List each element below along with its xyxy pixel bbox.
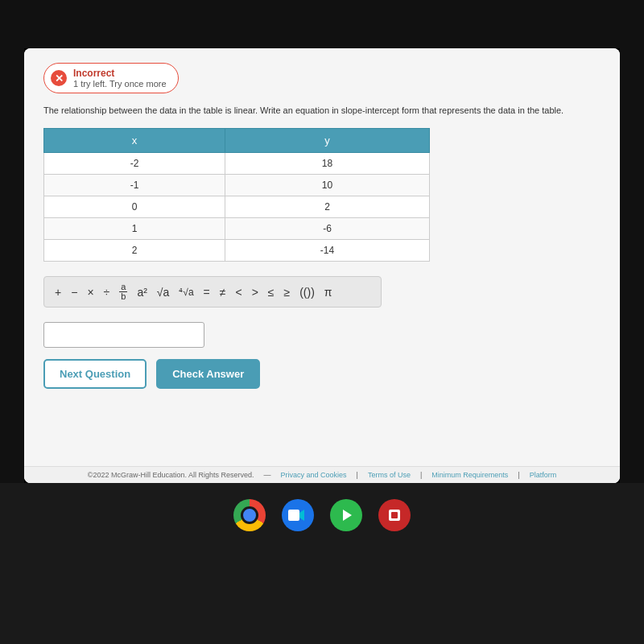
toolbar-equals[interactable]: = xyxy=(201,285,213,299)
table-cell-4-0: 2 xyxy=(44,240,225,262)
footer-link-platform[interactable]: Platform xyxy=(530,471,557,479)
table-cell-1-1: 10 xyxy=(225,175,429,196)
bezel-left xyxy=(0,48,24,483)
table-cell-4-1: -14 xyxy=(225,240,429,262)
table-cell-1-0: -1 xyxy=(44,175,225,196)
incorrect-icon: ✕ xyxy=(51,70,67,86)
incorrect-title: Incorrect xyxy=(73,68,167,79)
table-row: 1-6 xyxy=(44,218,430,240)
meet-icon[interactable] xyxy=(282,499,314,531)
screen: ✕ Incorrect 1 try left. Try once more Th… xyxy=(0,0,644,644)
taskbar xyxy=(233,499,411,531)
table-row: -110 xyxy=(44,175,430,196)
incorrect-subtitle: 1 try left. Try once more xyxy=(73,79,167,89)
table-header-x: x xyxy=(44,129,225,153)
photos-icon[interactable] xyxy=(378,499,411,531)
content-area: ✕ Incorrect 1 try left. Try once more Th… xyxy=(24,48,620,483)
incorrect-banner: ✕ Incorrect 1 try left. Try once more xyxy=(43,63,179,93)
footer-divider3: | xyxy=(518,471,519,479)
table-cell-0-0: -2 xyxy=(44,153,225,175)
svg-rect-4 xyxy=(391,512,398,518)
table-cell-3-0: 1 xyxy=(44,218,225,240)
table-header-y: y xyxy=(225,129,429,153)
data-table: x y -218-110021-62-14 xyxy=(43,128,430,262)
answer-input[interactable] xyxy=(43,322,204,348)
toolbar-minus[interactable]: − xyxy=(68,285,80,299)
toolbar-divide[interactable]: ÷ xyxy=(101,285,113,299)
svg-marker-2 xyxy=(343,510,352,521)
svg-marker-1 xyxy=(299,510,304,521)
footer-link-minreq[interactable]: Minimum Requirements xyxy=(431,471,508,479)
play-icon[interactable] xyxy=(330,499,362,531)
toolbar-pi[interactable]: π xyxy=(322,285,335,299)
chrome-icon[interactable] xyxy=(233,499,266,531)
footer-sep: — xyxy=(264,471,271,479)
incorrect-text-block: Incorrect 1 try left. Try once more xyxy=(73,68,167,89)
bezel-bottom xyxy=(0,483,644,644)
svg-rect-0 xyxy=(288,510,299,521)
toolbar-geq[interactable]: ≥ xyxy=(282,285,293,299)
toolbar-greaterthan[interactable]: > xyxy=(250,285,261,299)
toolbar-times[interactable]: × xyxy=(85,285,96,299)
photos-svg xyxy=(386,506,403,524)
toolbar-squared[interactable]: a² xyxy=(134,285,149,299)
table-row: 02 xyxy=(44,196,430,218)
laptop-screen: ✕ Incorrect 1 try left. Try once more Th… xyxy=(24,48,620,483)
question-text: The relationship between the data in the… xyxy=(43,105,601,117)
table-cell-3-1: -6 xyxy=(225,218,429,240)
bezel-top xyxy=(0,0,644,48)
toolbar-lessthan[interactable]: < xyxy=(233,285,244,299)
math-toolbar: + − × ÷ ab a² √a ⁴√a = ≠ < > ≤ ≥ (()) π xyxy=(43,276,382,308)
meet-svg xyxy=(288,508,308,522)
copyright-text: ©2022 McGraw-Hill Education. All Rights … xyxy=(88,471,254,479)
table-row: 2-14 xyxy=(44,240,430,262)
toolbar-leq[interactable]: ≤ xyxy=(266,285,277,299)
toolbar-frac[interactable]: ab xyxy=(117,282,130,302)
toolbar-plus[interactable]: + xyxy=(52,285,64,299)
table-cell-2-0: 0 xyxy=(44,196,225,218)
footer-divider2: | xyxy=(420,471,422,479)
footer-divider1: | xyxy=(357,471,358,479)
footer-link-terms[interactable]: Terms of Use xyxy=(368,471,411,479)
play-svg xyxy=(338,507,354,523)
buttons-row: Next Question Check Answer xyxy=(43,359,601,389)
toolbar-sqrt[interactable]: √a xyxy=(155,285,171,299)
table-cell-2-1: 2 xyxy=(225,196,429,218)
toolbar-notequal[interactable]: ≠ xyxy=(217,285,229,299)
toolbar-fourthroot[interactable]: ⁴√a xyxy=(176,286,196,299)
footer-link-privacy[interactable]: Privacy and Cookies xyxy=(281,471,347,479)
toolbar-parens[interactable]: (()) xyxy=(297,285,317,299)
table-cell-0-1: 18 xyxy=(225,153,429,175)
check-answer-button[interactable]: Check Answer xyxy=(156,359,260,389)
table-row: -218 xyxy=(44,153,430,175)
next-question-button[interactable]: Next Question xyxy=(43,359,147,389)
footer-bar: ©2022 McGraw-Hill Education. All Rights … xyxy=(24,466,620,483)
bezel-right xyxy=(620,48,644,483)
